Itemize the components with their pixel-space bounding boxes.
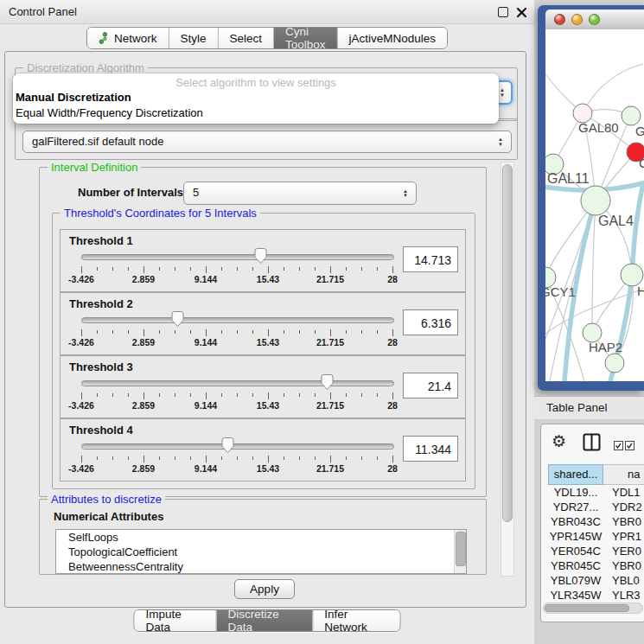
slider-track[interactable] [81,380,394,386]
dropdown-option-equal-width-frequency-discretization[interactable]: Equal Width/Frequency Discretization [13,105,499,121]
tick-mark [112,267,113,271]
attributes-group: Attributes to discretize Numerical Attri… [39,499,487,575]
bottom-tab-infer-network[interactable]: Infer Network [312,610,399,631]
tick-mark [143,329,144,336]
tab-jactivemnodules[interactable]: jActiveMNodules [337,28,448,48]
bottom-tab-discretize-data[interactable]: Discretize Data [216,610,313,631]
column-header-na[interactable]: na [603,464,644,485]
top-tab-bar: NetworkStyleSelectCyni ToolboxjActiveMNo… [86,27,448,49]
slider-thumb[interactable] [170,311,185,328]
network-canvas[interactable]: GAL80GACGAL11GAL4GCY1HHAP2 [545,29,644,381]
table-panel-header: Table Panel [534,396,644,420]
slider-thumb[interactable] [320,374,335,391]
network-window[interactable]: GAL80GACGAL11GAL4GCY1HHAP2 [538,5,644,391]
network-edge[interactable] [583,64,643,113]
tick-mark [299,267,300,271]
columns-icon[interactable] [583,433,601,455]
table-row[interactable]: YBL079WYBL0 [548,573,644,588]
column-header-shared[interactable]: shared... [548,464,603,485]
node-table[interactable]: shared...naYDL19...YDL1YDR27...YDR2YBR04… [548,464,644,617]
tick-mark [128,267,129,271]
network-edge[interactable] [592,201,596,333]
table-row[interactable]: YER054CYER0 [548,544,644,558]
threshold-label: Threshold 2 [69,297,133,310]
list-item-selfloops[interactable]: SelfLoops [56,530,466,545]
apply-button[interactable]: Apply [234,579,295,599]
float-window-icon[interactable] [498,7,508,17]
stepper-icon: ▲▼ [498,137,503,147]
close-traffic-light-icon[interactable] [554,14,565,25]
tab-network[interactable]: Network [87,28,169,48]
group-title-discretization-algorithm: Discretization Algorithm [23,61,148,74]
threshold-value-field[interactable]: 11.344 [403,436,458,462]
tab-select[interactable]: Select [217,28,273,48]
tick-label: 15.43 [242,337,294,348]
close-icon[interactable] [516,6,527,17]
tick-label: 15.43 [242,274,294,284]
tick-mark [268,266,269,273]
tick-mark [112,330,113,334]
table-row[interactable]: YDR27...YDR2 [548,500,644,514]
network-edge-thick[interactable] [632,183,643,275]
scrollbar-thumb[interactable] [502,164,513,522]
slider-track[interactable] [81,443,394,450]
panel-title: Control Panel [9,5,77,18]
tab-style[interactable]: Style [168,28,217,48]
number-of-intervals-label: Number of Intervals [78,186,183,199]
bottom-tab-bar: Impute DataDiscretize DataInfer Network [134,609,401,632]
table-row[interactable]: YBR043CYBR0 [548,514,644,529]
thresholds-group: Threshold's Coordinates for 5 Intervals … [52,213,475,489]
tab-cyni-toolbox[interactable]: Cyni Toolbox [273,28,337,48]
table-data-combobox[interactable]: galFiltered.sif default node ▲▼ [22,131,512,153]
network-window-titlebar[interactable] [545,10,644,30]
slider-thumb[interactable] [253,248,268,265]
table-row[interactable]: YLR345WYLR3 [548,588,644,603]
table-hscrollbar[interactable] [543,603,643,614]
network-node[interactable] [605,354,624,373]
tick-mark [190,267,191,271]
minimize-traffic-light-icon[interactable] [571,14,583,25]
numerical-attributes-list[interactable]: SelfLoopsTopologicalCoefficientBetweenne… [55,529,467,574]
bottom-tab-impute-data[interactable]: Impute Data [135,610,216,631]
number-of-intervals-combobox[interactable]: 5 ▲▼ [183,182,417,205]
table-cell: YER054C [548,544,603,558]
zoom-traffic-light-icon[interactable] [589,14,600,25]
tick-mark [97,393,98,397]
tick-mark [81,456,82,462]
table-row[interactable]: YPR145WYPR1 [548,529,644,544]
combobox-value: 5 [193,182,199,203]
tick-mark [377,330,378,334]
threshold-value-field[interactable]: 14.713 [403,246,458,272]
threshold-value-field[interactable]: 6.316 [403,309,458,335]
scrollbar-thumb[interactable] [456,532,466,566]
tick-mark [361,330,362,334]
panel-scrollbar[interactable] [501,162,514,577]
app: Control Panel NetworkStyleSelectCyni Too… [0,0,644,644]
threshold-value-field[interactable]: 21.4 [403,373,458,399]
tick-label: 9.144 [180,463,232,474]
network-node[interactable] [581,186,610,215]
tick-mark [299,330,300,334]
dropdown-options: Manual DiscretizationEqual Width/Frequen… [13,90,499,121]
network-node[interactable] [622,106,641,125]
list-scrollbar[interactable] [454,530,466,573]
table-row[interactable]: YBR045CYBR0 [548,558,644,573]
tick-mark [175,393,175,397]
scrollbar-thumb[interactable] [545,604,629,612]
tick-mark [190,330,191,334]
slider-thumb[interactable] [220,437,235,454]
dropdown-option-manual-discretization[interactable]: Manual Discretization [13,90,499,105]
slider-track[interactable] [81,317,394,323]
tick-mark [392,392,393,399]
tick-mark [128,393,129,397]
list-item-betweennesscentrality[interactable]: BetweennessCentrality [56,559,466,574]
group-title-interval-definition: Interval Definition [48,161,141,174]
table-row[interactable]: YDL19...YDL1 [548,485,644,500]
slider-track[interactable] [81,254,394,260]
slider-ticks [81,265,393,273]
gear-icon[interactable]: ⚙ [552,433,566,450]
tick-label: 15.43 [242,463,294,474]
list-item-topologicalcoefficient[interactable]: TopologicalCoefficient [56,545,466,559]
checkboxes-icon[interactable] [614,438,634,454]
network-node-label: GCY1 [545,284,576,299]
